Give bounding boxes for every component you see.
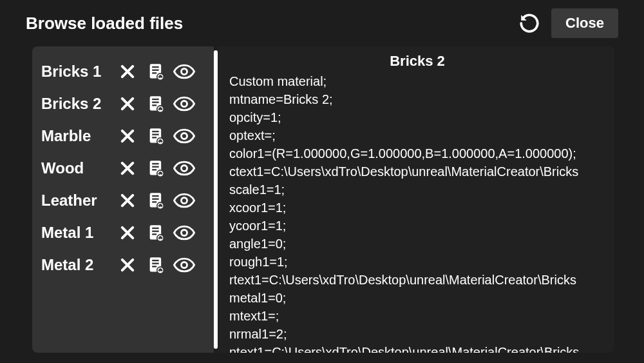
document-export-icon — [147, 191, 165, 210]
close-icon — [118, 191, 137, 210]
remove-file-button[interactable] — [113, 122, 142, 150]
eye-icon — [173, 256, 195, 274]
detail-line: mtext1=; — [229, 307, 605, 325]
svg-point-39 — [181, 197, 187, 203]
detail-body: Custom material;mtname=Bricks 2;opcity=1… — [229, 72, 605, 353]
preview-file-button[interactable] — [170, 90, 198, 118]
file-list-item[interactable]: Bricks 2 — [41, 88, 207, 120]
eye-icon — [173, 63, 195, 81]
detail-line: xcoor1=1; — [229, 199, 605, 217]
close-icon — [118, 159, 137, 177]
close-button[interactable]: Close — [551, 8, 618, 38]
body: Bricks 1Bricks 2MarbleWoodLeatherMetal 1… — [10, 46, 634, 353]
document-export-icon — [147, 127, 165, 145]
eye-icon — [173, 191, 195, 210]
eye-icon — [173, 159, 195, 177]
remove-file-button[interactable] — [113, 154, 142, 182]
close-icon — [118, 224, 137, 242]
detail-line: rtext1=C:\Users\xdTro\Desktop\unreal\Mat… — [229, 271, 605, 289]
preview-file-button[interactable] — [170, 57, 198, 86]
detail-line: optext=; — [229, 126, 605, 144]
svg-rect-5 — [152, 72, 156, 74]
file-item-label: Bricks 2 — [41, 95, 113, 113]
svg-rect-53 — [152, 266, 156, 267]
file-list-item[interactable]: Metal 1 — [41, 217, 207, 249]
remove-file-button[interactable] — [113, 251, 142, 279]
document-export-icon — [147, 159, 165, 177]
detail-line: ctext1=C:\Users\xdTro\Desktop\unreal\Mat… — [229, 162, 605, 181]
detail-title: Bricks 2 — [229, 53, 605, 70]
svg-point-23 — [181, 133, 187, 139]
open-file-button[interactable] — [142, 90, 170, 118]
eye-icon — [173, 127, 195, 145]
remove-file-button[interactable] — [113, 186, 142, 215]
reload-button[interactable] — [516, 10, 542, 36]
open-file-button[interactable] — [142, 122, 170, 150]
open-file-button[interactable] — [142, 186, 170, 215]
preview-file-button[interactable] — [170, 251, 198, 279]
close-button-label: Close — [565, 15, 604, 31]
file-list-item[interactable]: Wood — [41, 152, 207, 184]
file-item-label: Bricks 1 — [41, 63, 113, 81]
open-file-button[interactable] — [142, 57, 170, 86]
window-title: Browse loaded files — [26, 14, 516, 34]
svg-rect-27 — [152, 163, 159, 164]
svg-rect-4 — [152, 70, 159, 71]
open-file-button[interactable] — [142, 154, 170, 182]
file-item-label: Metal 1 — [41, 224, 113, 242]
svg-rect-19 — [152, 131, 159, 132]
preview-file-button[interactable] — [170, 122, 198, 150]
close-icon — [118, 95, 137, 113]
file-item-label: Metal 2 — [41, 256, 113, 274]
file-item-label: Marble — [41, 127, 113, 145]
remove-file-button[interactable] — [113, 90, 142, 118]
reload-icon — [518, 12, 540, 34]
remove-file-button[interactable] — [113, 219, 142, 247]
svg-point-55 — [181, 262, 187, 268]
open-file-button[interactable] — [142, 219, 170, 247]
open-file-button[interactable] — [142, 251, 170, 279]
svg-rect-21 — [152, 137, 156, 138]
header: Browse loaded files Close — [10, 0, 634, 46]
close-icon — [118, 127, 137, 145]
svg-rect-51 — [152, 260, 159, 261]
svg-rect-29 — [152, 169, 156, 170]
preview-file-button[interactable] — [170, 219, 198, 247]
document-export-icon — [147, 256, 165, 274]
document-export-icon — [147, 63, 165, 81]
svg-rect-12 — [152, 102, 159, 103]
preview-file-button[interactable] — [170, 186, 198, 215]
svg-point-7 — [181, 68, 187, 74]
detail-line: opcity=1; — [229, 108, 605, 126]
detail-line: scale1=1; — [229, 181, 605, 199]
file-item-label: Leather — [41, 191, 113, 210]
remove-file-button[interactable] — [113, 57, 142, 86]
svg-rect-35 — [152, 195, 159, 197]
file-list-item[interactable]: Bricks 1 — [41, 55, 207, 88]
detail-line: Custom material; — [229, 72, 605, 90]
svg-rect-28 — [152, 166, 159, 168]
svg-rect-37 — [152, 201, 156, 202]
svg-rect-20 — [152, 134, 159, 135]
detail-panel: Bricks 2 Custom material;mtname=Bricks 2… — [218, 46, 614, 353]
file-list-item[interactable]: Metal 2 — [41, 249, 207, 281]
svg-point-47 — [181, 230, 187, 235]
file-item-label: Wood — [41, 159, 113, 177]
svg-rect-43 — [152, 228, 159, 229]
browse-files-window: Browse loaded files Close Bricks 1Bricks… — [0, 0, 644, 363]
detail-line: nrmal1=2; — [229, 325, 605, 343]
document-export-icon — [147, 95, 165, 113]
document-export-icon — [147, 224, 165, 242]
detail-line: mtname=Bricks 2; — [229, 90, 605, 108]
detail-line: color1=(R=1.000000,G=1.000000,B=1.000000… — [229, 144, 605, 162]
svg-rect-3 — [152, 66, 159, 68]
file-list-sidebar: Bricks 1Bricks 2MarbleWoodLeatherMetal 1… — [32, 46, 214, 353]
eye-icon — [173, 95, 195, 113]
preview-file-button[interactable] — [170, 154, 198, 182]
close-icon — [118, 256, 137, 274]
detail-line: rough1=1; — [229, 253, 605, 271]
svg-rect-11 — [152, 99, 159, 100]
file-list-item[interactable]: Marble — [41, 120, 207, 152]
file-list-item[interactable]: Leather — [41, 184, 207, 217]
svg-point-15 — [181, 101, 187, 106]
